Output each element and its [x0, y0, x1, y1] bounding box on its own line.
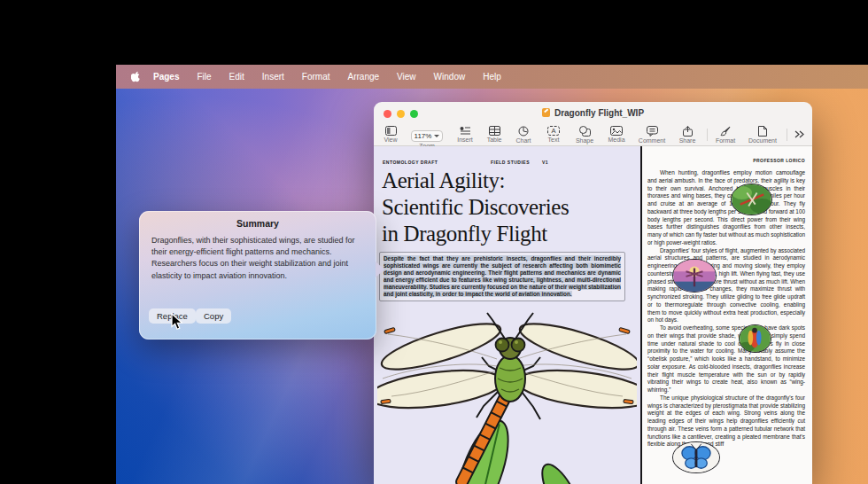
inline-image-dragonfly-foliage[interactable]: [731, 183, 772, 215]
window-title: Dragonfly Flight_WIP: [374, 108, 812, 118]
selected-paragraph[interactable]: Despite the fact that they are prehistor…: [379, 252, 625, 301]
paragraph: Dragonflies' four styles of flight, augm…: [647, 247, 805, 325]
chart-icon: [518, 126, 529, 137]
menu-item-view[interactable]: View: [388, 72, 425, 82]
pages-document-icon: [542, 108, 550, 117]
toolbar-separator: [787, 129, 787, 141]
comment-button[interactable]: Comment: [633, 126, 670, 144]
apple-menu-icon[interactable]: [131, 71, 141, 82]
window-chrome: Dragonfly Flight_WIP View 117% Zoom Inse…: [374, 102, 812, 146]
svg-text:A: A: [551, 127, 555, 135]
inline-image-dragonfly-sunset[interactable]: [672, 259, 717, 293]
inline-image-blue-butterfly[interactable]: [672, 441, 720, 473]
document-eyebrow-row: ENTOMOLOGY DRAFT FIELD STUDIES V1: [383, 160, 635, 167]
text-button[interactable]: A Text: [540, 126, 567, 143]
paragraph: To avoid overheating, some species also …: [647, 324, 805, 394]
document-right-column: PROFESSOR LORICO When hunting, dragonfli…: [642, 146, 812, 484]
menu-item-pages[interactable]: Pages: [144, 72, 188, 82]
sidebar-view-icon: [385, 126, 397, 136]
menu-item-help[interactable]: Help: [474, 72, 510, 82]
comment-icon: [647, 126, 658, 137]
table-button[interactable]: Table: [481, 126, 508, 143]
document-page[interactable]: ENTOMOLOGY DRAFT FIELD STUDIES V1 Aerial…: [374, 146, 812, 484]
format-button[interactable]: Format: [711, 126, 740, 144]
menu-item-file[interactable]: File: [188, 72, 220, 82]
menu-bar: Pages File Edit Insert Format Arrange Vi…: [116, 65, 868, 89]
menu-item-format[interactable]: Format: [293, 72, 339, 82]
eyebrow-version: V1: [542, 160, 548, 165]
eyebrow-center: FIELD STUDIES: [491, 160, 530, 165]
popup-tail-pointer: [376, 262, 384, 277]
dragonfly-illustration[interactable]: [377, 304, 637, 484]
pages-window: Dragonfly Flight_WIP View 117% Zoom Inse…: [374, 102, 812, 484]
insert-icon: [460, 126, 471, 136]
inline-image-rainbow-insect[interactable]: [739, 324, 771, 353]
chevron-down-icon: [434, 135, 439, 137]
document-button[interactable]: Document: [743, 126, 782, 144]
paragraph: The unique physiological structure of th…: [647, 394, 805, 449]
document-left-section: ENTOMOLOGY DRAFT FIELD STUDIES V1 Aerial…: [374, 146, 640, 484]
popup-summary-text: Dragonflies, with their sophisticated wi…: [151, 235, 366, 282]
double-chevron-right-icon: [794, 130, 805, 138]
title-bar[interactable]: Dragonfly Flight_WIP: [374, 102, 812, 126]
toolbar-separator: [707, 129, 708, 141]
copy-button[interactable]: Copy: [196, 308, 231, 324]
table-icon: [489, 126, 500, 136]
eyebrow-left: ENTOMOLOGY DRAFT: [383, 160, 438, 165]
menu-item-edit[interactable]: Edit: [221, 72, 253, 82]
mouse-cursor: [171, 313, 183, 331]
document-icon: [758, 126, 767, 137]
menu-item-window[interactable]: Window: [425, 72, 475, 82]
media-button[interactable]: Media: [602, 126, 631, 143]
shape-button[interactable]: Shape: [570, 126, 600, 144]
menu-item-arrange[interactable]: Arrange: [339, 72, 389, 82]
text-box-icon: A: [547, 126, 560, 136]
chart-button[interactable]: Chart: [510, 126, 537, 144]
paragraph: When hunting, dragonflies employ motion …: [647, 169, 805, 247]
byline: PROFESSOR LORICO: [647, 158, 805, 163]
share-icon: [683, 126, 693, 137]
menu-item-insert[interactable]: Insert: [253, 72, 293, 82]
popup-title: Summary: [139, 218, 376, 229]
desktop-wallpaper: Pages File Edit Insert Format Arrange Vi…: [116, 65, 868, 484]
format-brush-icon: [720, 126, 731, 137]
document-title: Aerial Agility: Scientific Discoveries i…: [382, 168, 634, 247]
shape-icon: [579, 126, 591, 137]
insert-button[interactable]: Insert: [452, 126, 478, 143]
view-button[interactable]: View: [377, 126, 404, 143]
toolbar: View 117% Zoom Insert Table Chart: [374, 126, 812, 145]
more-toolbar-items-button[interactable]: [791, 130, 809, 138]
share-button[interactable]: Share: [673, 126, 701, 144]
media-icon: [610, 126, 623, 136]
zoom-value: 117%: [415, 132, 432, 140]
